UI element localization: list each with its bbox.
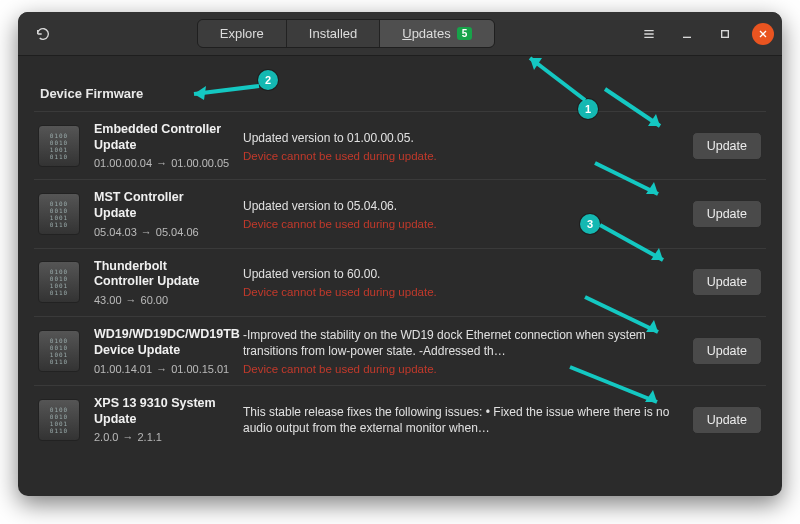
svg-line-1 <box>530 58 585 100</box>
firmware-chip-icon: 0100 0010 1001 0110 <box>38 330 80 372</box>
annotation-arrow <box>600 84 670 138</box>
annotation-arrow <box>590 158 670 207</box>
firmware-version: 01.00.00.04→01.00.00.05 <box>94 157 229 169</box>
annotation-arrow <box>580 292 670 346</box>
tab-updates[interactable]: Updates 5 <box>380 20 494 47</box>
updates-count-badge: 5 <box>457 27 473 40</box>
window-minimize-button[interactable] <box>672 19 702 49</box>
annotation-arrow <box>184 80 264 104</box>
svg-line-13 <box>570 367 657 402</box>
update-button[interactable]: Update <box>692 337 762 365</box>
firmware-version: 43.00→60.00 <box>94 294 229 306</box>
firmware-version: 01.00.14.01→01.00.15.01 <box>94 363 229 375</box>
firmware-name: Embedded Controller Update <box>94 122 229 153</box>
firmware-chip-icon: 0100 0010 1001 0110 <box>38 193 80 235</box>
minimize-icon <box>679 26 695 42</box>
maximize-icon <box>717 26 733 42</box>
svg-line-11 <box>585 297 658 332</box>
annotation-arrow <box>565 362 670 416</box>
svg-line-7 <box>595 163 658 194</box>
svg-marker-4 <box>194 86 206 100</box>
update-button[interactable]: Update <box>692 200 762 228</box>
firmware-name: WD19/WD19DC/WD19TB Device Update <box>94 327 229 358</box>
firmware-version: 2.0.0→2.1.1 <box>94 431 229 443</box>
svg-line-9 <box>600 225 663 260</box>
tab-explore[interactable]: Explore <box>198 20 287 47</box>
window-maximize-button[interactable] <box>710 19 740 49</box>
update-button[interactable]: Update <box>692 132 762 160</box>
firmware-chip-icon: 0100 0010 1001 0110 <box>38 261 80 303</box>
firmware-chip-icon: 0100 0010 1001 0110 <box>38 125 80 167</box>
firmware-chip-icon: 0100 0010 1001 0110 <box>38 399 80 441</box>
tab-installed-label: Installed <box>309 26 357 41</box>
firmware-name: Thunderbolt Controller Update <box>94 259 229 290</box>
tab-explore-label: Explore <box>220 26 264 41</box>
window-close-button[interactable] <box>752 23 774 45</box>
tab-installed[interactable]: Installed <box>287 20 380 47</box>
titlebar: Explore Installed Updates 5 <box>18 12 782 56</box>
hamburger-menu-button[interactable] <box>634 19 664 49</box>
refresh-icon <box>35 26 51 42</box>
firmware-name: MST Controller Update <box>94 190 229 221</box>
tab-updates-label: Updates <box>402 26 450 41</box>
update-button[interactable]: Update <box>692 406 762 434</box>
svg-rect-0 <box>722 30 729 37</box>
annotation-arrow <box>595 220 675 274</box>
firmware-name: XPS 13 9310 System Update <box>94 396 229 427</box>
refresh-button[interactable] <box>28 19 58 49</box>
close-icon <box>757 28 769 40</box>
update-button[interactable]: Update <box>692 268 762 296</box>
view-switcher: Explore Installed Updates 5 <box>60 19 632 48</box>
hamburger-icon <box>641 26 657 42</box>
firmware-version: 05.04.03→05.04.06 <box>94 226 229 238</box>
annotation-arrow <box>520 50 590 109</box>
